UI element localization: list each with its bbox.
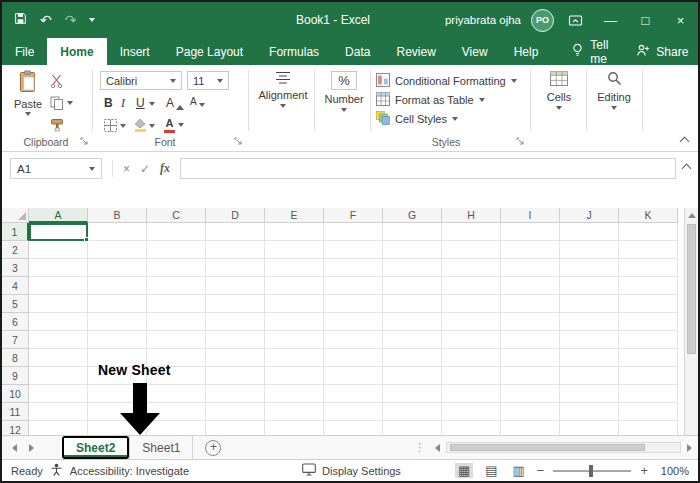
format-painter-button[interactable] bbox=[50, 118, 64, 132]
new-sheet-button[interactable]: + bbox=[205, 440, 221, 456]
font-size-dropdown-icon[interactable] bbox=[217, 79, 223, 83]
paste-dropdown-icon[interactable] bbox=[25, 112, 31, 116]
shrink-font-button[interactable]: A bbox=[190, 96, 205, 107]
formula-input[interactable] bbox=[180, 158, 676, 179]
zoom-level[interactable]: 100% bbox=[657, 465, 689, 477]
font-color-dropdown-icon[interactable] bbox=[178, 123, 184, 127]
column-header[interactable]: D bbox=[206, 208, 265, 223]
column-header[interactable]: K bbox=[619, 208, 678, 223]
grow-font-button[interactable]: A bbox=[166, 96, 184, 110]
tab-view[interactable]: View bbox=[449, 38, 501, 65]
avatar[interactable]: PO bbox=[531, 9, 554, 32]
bold-button[interactable]: B bbox=[104, 96, 113, 110]
insert-function-icon[interactable]: fx bbox=[160, 161, 170, 176]
borders-dropdown-icon[interactable] bbox=[120, 124, 126, 128]
copy-dropdown-icon[interactable] bbox=[67, 101, 73, 105]
row-header[interactable]: 12 bbox=[2, 421, 29, 435]
fill-color-dropdown-icon[interactable] bbox=[149, 124, 155, 128]
cell-styles-button[interactable]: Cell Styles bbox=[376, 111, 458, 127]
selected-cell-a1[interactable] bbox=[29, 223, 88, 241]
horizontal-scroll-track[interactable] bbox=[446, 442, 681, 453]
fill-color-button[interactable] bbox=[134, 119, 155, 132]
clipboard-dialog-launcher-icon[interactable] bbox=[80, 135, 88, 147]
tab-help[interactable]: Help bbox=[501, 38, 552, 65]
font-size-combo[interactable]: 11 bbox=[187, 71, 229, 90]
tab-file[interactable]: File bbox=[2, 38, 47, 65]
zoom-in-button[interactable]: + bbox=[640, 463, 648, 478]
enter-icon[interactable]: ✓ bbox=[140, 162, 150, 176]
horizontal-scroll-thumb[interactable] bbox=[450, 444, 645, 451]
page-break-view-icon[interactable]: ▥ bbox=[510, 463, 528, 478]
name-box[interactable]: A1 bbox=[10, 158, 102, 179]
underline-dropdown-icon[interactable] bbox=[149, 102, 155, 106]
minimize-button[interactable]: — bbox=[593, 2, 628, 38]
alignment-group-button[interactable]: Alignment bbox=[254, 71, 312, 108]
tab-page-layout[interactable]: Page Layout bbox=[163, 38, 256, 65]
column-header[interactable]: E bbox=[265, 208, 324, 223]
column-header[interactable]: F bbox=[324, 208, 383, 223]
account-name[interactable]: priyabrata ojha bbox=[445, 14, 521, 26]
previous-sheet-icon[interactable] bbox=[12, 444, 17, 452]
column-header[interactable]: I bbox=[501, 208, 560, 223]
borders-button[interactable] bbox=[104, 119, 126, 132]
row-header[interactable]: 4 bbox=[2, 277, 29, 295]
collapse-ribbon-icon[interactable] bbox=[680, 137, 690, 147]
scroll-left-icon[interactable] bbox=[435, 444, 440, 452]
row-header[interactable]: 2 bbox=[2, 241, 29, 259]
sheet-tab-sheet2[interactable]: Sheet2 bbox=[64, 438, 127, 457]
tab-home[interactable]: Home bbox=[47, 38, 106, 65]
column-header[interactable]: B bbox=[88, 208, 147, 223]
page-layout-view-icon[interactable]: ▤ bbox=[482, 463, 500, 478]
number-group-button[interactable]: % Number bbox=[318, 71, 370, 112]
row-header[interactable]: 8 bbox=[2, 349, 29, 367]
vertical-scrollbar[interactable] bbox=[684, 208, 698, 435]
scroll-up-icon[interactable] bbox=[688, 213, 696, 218]
next-sheet-icon[interactable] bbox=[29, 444, 34, 452]
fill-handle[interactable] bbox=[84, 237, 89, 242]
tab-insert[interactable]: Insert bbox=[107, 38, 163, 65]
horizontal-scrollbar[interactable]: ⋮ bbox=[414, 436, 698, 459]
row-header[interactable]: 5 bbox=[2, 295, 29, 313]
underline-button[interactable]: U bbox=[136, 96, 145, 110]
row-header[interactable]: 11 bbox=[2, 403, 29, 421]
cut-button[interactable] bbox=[50, 74, 63, 88]
zoom-out-button[interactable]: − bbox=[537, 463, 545, 478]
column-header[interactable]: H bbox=[442, 208, 501, 223]
font-name-combo[interactable]: Calibri bbox=[100, 71, 182, 90]
row-header[interactable]: 9 bbox=[2, 367, 29, 385]
format-as-table-button[interactable]: Format as Table bbox=[376, 92, 485, 108]
tab-data[interactable]: Data bbox=[332, 38, 383, 65]
paste-button[interactable]: Paste bbox=[10, 70, 46, 116]
accessibility-status[interactable]: Accessibility: Investigate bbox=[70, 465, 189, 477]
font-dialog-launcher-icon[interactable] bbox=[234, 135, 242, 147]
tab-splitter-grip[interactable]: ⋮ bbox=[414, 441, 425, 454]
font-color-button[interactable]: A bbox=[164, 117, 184, 133]
row-header[interactable]: 7 bbox=[2, 331, 29, 349]
name-box-dropdown-icon[interactable] bbox=[89, 167, 95, 171]
tell-me-button[interactable]: Tell me bbox=[559, 38, 620, 65]
tab-review[interactable]: Review bbox=[383, 38, 448, 65]
cancel-icon[interactable]: × bbox=[123, 162, 130, 176]
display-settings-button[interactable]: Display Settings bbox=[302, 463, 401, 478]
styles-dialog-launcher-icon[interactable] bbox=[516, 135, 524, 147]
font-name-dropdown-icon[interactable] bbox=[170, 79, 176, 83]
italic-button[interactable]: I bbox=[121, 96, 125, 111]
scroll-right-icon[interactable] bbox=[687, 444, 692, 452]
column-header-a[interactable]: A bbox=[29, 208, 88, 223]
tab-formulas[interactable]: Formulas bbox=[256, 38, 332, 65]
conditional-formatting-button[interactable]: Conditional Formatting bbox=[376, 73, 517, 89]
column-header[interactable]: G bbox=[383, 208, 442, 223]
normal-view-icon[interactable]: ▦ bbox=[455, 463, 473, 478]
customize-qat-icon[interactable] bbox=[89, 18, 95, 22]
copy-button[interactable] bbox=[50, 96, 73, 110]
select-all-button[interactable] bbox=[2, 208, 29, 223]
redo-icon[interactable]: ↷ bbox=[65, 13, 77, 27]
sheet-tab-sheet1[interactable]: Sheet1 bbox=[129, 436, 193, 459]
row-header[interactable]: 6 bbox=[2, 313, 29, 331]
save-icon[interactable] bbox=[14, 11, 27, 29]
editing-group-button[interactable]: Editing bbox=[590, 71, 638, 110]
cells-group-button[interactable]: Cells bbox=[535, 71, 583, 110]
row-header[interactable]: 3 bbox=[2, 259, 29, 277]
column-header[interactable]: J bbox=[560, 208, 619, 223]
maximize-button[interactable]: □ bbox=[628, 2, 663, 38]
